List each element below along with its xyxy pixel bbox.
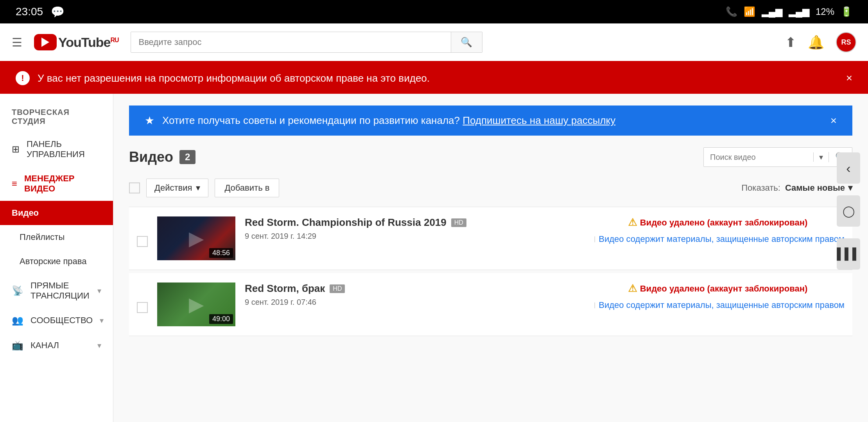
dashboard-label: ПАНЕЛЬ УПРАВЛЕНИЯ <box>27 139 101 159</box>
bell-icon[interactable]: 🔔 <box>808 34 824 50</box>
add-to-button[interactable]: Добавить в <box>215 179 279 197</box>
sidebar-item-channel[interactable]: 📺 КАНАЛ ▾ <box>0 333 113 358</box>
sidebar-item-streams[interactable]: 📡 ПРЯМЫЕ ТРАНСЛЯЦИИ ▾ <box>0 274 113 308</box>
actions-button[interactable]: Действия ▾ <box>146 179 208 197</box>
error-icon: ! <box>16 71 30 85</box>
warning-icon-1: ⚠ <box>628 216 637 229</box>
info-close-button[interactable]: × <box>830 114 837 127</box>
actions-arrow-icon: ▾ <box>196 183 200 193</box>
logo-ru: RU <box>110 36 118 43</box>
video-1-copyright-link[interactable]: Видео содержит материалы, защищенные авт… <box>599 234 845 244</box>
info-text: Хотите получать советы и рекомендации по… <box>162 114 823 127</box>
channel-arrow-icon: ▾ <box>97 341 101 350</box>
video-count-badge: 2 <box>179 150 195 164</box>
logo-area[interactable]: YouTubeRU <box>34 34 119 50</box>
channel-label: КАНАЛ <box>30 340 90 350</box>
back-button[interactable]: ‹ <box>837 152 860 184</box>
sidebar-item-copyright[interactable]: Авторские права <box>0 249 113 274</box>
error-banner: ! У вас нет разрешения на просмотр инфор… <box>0 63 868 94</box>
status-bar-right: 📞 📶 ▂▄▆ ▂▄▆ 12% 🔋 <box>726 6 852 17</box>
video-2-deleted-status: ⚠ Видео удалено (аккаунт заблокирован) <box>591 283 845 295</box>
video-2-duration: 49:00 <box>209 314 233 324</box>
select-all-checkbox[interactable] <box>129 182 140 193</box>
info-banner: ★ Хотите получать советы и рекомендации … <box>129 106 852 136</box>
sidebar-item-dashboard[interactable]: ⊞ ПАНЕЛЬ УПРАВЛЕНИЯ <box>0 132 113 166</box>
video-1-title-area: Red Storm. Championship of Russia 2019 H… <box>245 216 581 229</box>
time-display: 23:05 <box>16 5 43 18</box>
video-1-deleted-status: ⚠ Видео удалено (аккаунт заблокирован) <box>591 216 845 229</box>
header: ☰ YouTubeRU 🔍 ⬆ 🔔 RS <box>0 23 868 63</box>
video-item-2: ▶ 49:00 Red Storm, брак HD 9 сент. 2019 … <box>129 273 852 336</box>
video-1-duration: 48:56 <box>209 248 233 258</box>
video-item-1: ▶ 48:56 Red Storm. Championship of Russi… <box>129 207 852 270</box>
sort-label: Показать: <box>741 183 780 193</box>
video-1-thumbnail[interactable]: ▶ 48:56 <box>157 216 235 260</box>
community-label: СООБЩЕСТВО <box>30 315 93 325</box>
copyright-label: Авторские права <box>20 256 101 266</box>
search-input[interactable] <box>131 32 451 52</box>
video-2-info: Red Storm, брак HD 9 сент. 2019 г. 07:46 <box>245 283 581 307</box>
recents-button[interactable]: ▌▌▌ <box>837 238 860 270</box>
community-arrow-icon: ▾ <box>100 316 104 325</box>
streams-arrow-icon: ▾ <box>97 286 101 295</box>
streams-label: ПРЯМЫЕ ТРАНСЛЯЦИИ <box>30 281 90 301</box>
search-bar[interactable]: 🔍 <box>131 32 482 53</box>
home-button[interactable]: ◯ <box>837 195 860 227</box>
dashboard-icon: ⊞ <box>12 144 20 155</box>
playlists-label: Плейлисты <box>20 232 101 242</box>
video-label: Видео <box>12 208 101 218</box>
search-video-area[interactable]: ▾ 🔍 <box>703 147 852 167</box>
upload-icon[interactable]: ⬆ <box>785 34 796 50</box>
logo-text: YouTubeRU <box>58 35 119 50</box>
community-icon: 👥 <box>12 315 23 326</box>
video-1-info: Red Storm. Championship of Russia 2019 H… <box>245 216 581 241</box>
section-header: Видео 2 ▾ 🔍 <box>129 147 852 167</box>
video-2-checkbox[interactable] <box>137 302 148 313</box>
menu-icon[interactable]: ☰ <box>12 36 22 49</box>
video-2-thumbnail[interactable]: ▶ 49:00 <box>157 283 235 326</box>
toolbar-left: Действия ▾ Добавить в <box>129 179 279 197</box>
toolbar: Действия ▾ Добавить в Показать: Самые но… <box>129 179 852 197</box>
sort-area: Показать: Самые новые ▾ <box>741 183 852 193</box>
studio-title: ТВОРЧЕСКАЯ СТУДИЯ <box>0 102 113 132</box>
error-close-button[interactable]: × <box>846 72 852 84</box>
signal-icon: 📞 <box>726 6 737 17</box>
warning-icon-2: ⚠ <box>628 283 637 295</box>
channel-icon: 📺 <box>12 340 23 351</box>
error-text: У вас нет разрешения на просмотр информа… <box>38 72 838 84</box>
sidebar-item-video[interactable]: Видео <box>0 201 113 225</box>
bars-icon-1: ▂▄▆ <box>762 6 782 17</box>
video-2-copyright-link[interactable]: Видео содержит материалы, защищенные авт… <box>599 300 845 310</box>
streams-icon: 📡 <box>12 285 23 296</box>
video-1-checkbox[interactable] <box>137 236 148 247</box>
search-video-dropdown-icon[interactable]: ▾ <box>813 152 829 162</box>
sidebar-item-playlists[interactable]: Плейлисты <box>0 225 113 249</box>
video-2-title-area: Red Storm, брак HD <box>245 283 581 295</box>
avatar[interactable]: RS <box>836 32 856 52</box>
subscribe-link[interactable]: Подпишитесь на нашу рассылку <box>463 114 615 126</box>
battery-icon: 🔋 <box>841 6 852 17</box>
search-button[interactable]: 🔍 <box>451 32 482 52</box>
sidebar: ТВОРЧЕСКАЯ СТУДИЯ ⊞ ПАНЕЛЬ УПРАВЛЕНИЯ ≡ … <box>0 94 113 422</box>
video-2-hd-badge: HD <box>330 284 345 293</box>
edge-controls: ‹ ◯ ▌▌▌ <box>837 152 860 270</box>
section-title: Видео <box>129 149 173 165</box>
main-content: ★ Хотите получать советы и рекомендации … <box>113 94 868 422</box>
video-manager-label: МЕНЕДЖЕР ВИДЕО <box>24 173 101 194</box>
video-2-status: ⚠ Видео удалено (аккаунт заблокирован) |… <box>591 283 845 310</box>
info-star-icon: ★ <box>145 114 154 127</box>
video-1-status: ⚠ Видео удалено (аккаунт заблокирован) |… <box>591 216 845 244</box>
sidebar-item-community[interactable]: 👥 СООБЩЕСТВО ▾ <box>0 308 113 333</box>
video-2-date: 9 сент. 2019 г. 07:46 <box>245 298 581 307</box>
header-icons: ⬆ 🔔 RS <box>785 32 856 52</box>
youtube-logo-icon <box>34 34 57 50</box>
video-1-hd-badge: HD <box>451 218 466 227</box>
bars-icon-2: ▂▄▆ <box>789 6 809 17</box>
sidebar-item-video-manager[interactable]: ≡ МЕНЕДЖЕР ВИДЕО <box>0 166 113 201</box>
status-bar: 23:05 💬 📞 📶 ▂▄▆ ▂▄▆ 12% 🔋 <box>0 0 868 23</box>
main-layout: ТВОРЧЕСКАЯ СТУДИЯ ⊞ ПАНЕЛЬ УПРАВЛЕНИЯ ≡ … <box>0 94 868 422</box>
wifi-icon: 📶 <box>744 6 755 17</box>
section-title-area: Видео 2 <box>129 149 195 165</box>
video-manager-icon: ≡ <box>12 178 17 189</box>
search-video-input[interactable] <box>704 153 813 162</box>
